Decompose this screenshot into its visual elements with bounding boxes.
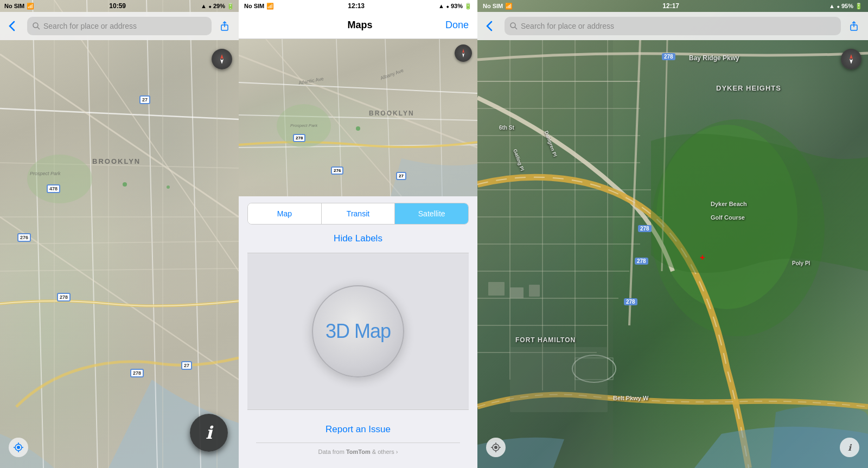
battery-left: 29% [213, 3, 225, 9]
middle-panel: No SIM 📶 12:13 ▲ ⬥ 93% 🔋 Maps Done [239, 0, 477, 468]
bt-icon-left: ⬥ [208, 3, 212, 9]
data-source: TomTom [346, 448, 371, 455]
info-button-right[interactable]: ℹ [840, 438, 859, 457]
search-input-left[interactable]: Search for place or address [43, 22, 137, 30]
svg-point-40 [356, 126, 360, 131]
middle-panel-title: Maps [347, 20, 372, 31]
status-right-left: ▲ ⬥ 29% 🔋 [201, 3, 234, 10]
svg-line-31 [239, 115, 477, 120]
location-button-left[interactable] [9, 438, 28, 457]
hwy-badge-27: 27 [139, 95, 150, 104]
seg-satellite[interactable]: Satellite [395, 203, 468, 224]
preview-hwy-278: 278 [293, 134, 305, 142]
svg-text:+: + [700, 253, 705, 262]
status-right-mid: ▲ ⬥ 93% 🔋 [438, 3, 472, 10]
compass-right [841, 49, 861, 69]
back-button-right[interactable] [483, 17, 500, 35]
battery-icon-right: 🔋 [855, 3, 863, 10]
hwy-badge-478: 478 [47, 184, 60, 193]
preview-hwy-27: 27 [396, 172, 406, 180]
hwy-shield-278-mid: 278 [638, 225, 652, 232]
carrier-left: No SIM [4, 3, 24, 9]
threed-map-button[interactable]: 3D Map [312, 285, 404, 377]
info-button-left[interactable]: ℹ [190, 414, 228, 452]
battery-icon-left: 🔋 [227, 3, 234, 10]
top-bar-right: Search for place or address [477, 12, 868, 40]
compass-middle [455, 44, 472, 62]
share-button-right[interactable] [845, 17, 863, 35]
hwy-shield-278-lower: 278 [635, 258, 648, 265]
svg-marker-22 [220, 54, 224, 59]
wifi-icon-mid: 📶 [266, 3, 274, 10]
status-left-right: No SIM 📶 [483, 3, 513, 10]
map-type-segmented-control[interactable]: Map Transit Satellite [247, 203, 469, 225]
time-right: 12:17 [662, 2, 679, 10]
time-mid: 12:13 [348, 2, 365, 10]
threed-divider-bottom [247, 409, 469, 410]
svg-line-4 [190, 0, 201, 468]
wifi-icon-right: 📶 [505, 3, 513, 10]
hwy-badge-27-btm: 27 [181, 361, 192, 370]
svg-line-35 [385, 39, 391, 196]
seg-transit[interactable]: Transit [322, 203, 395, 224]
data-credit: Data from TomTom & others › [318, 448, 398, 455]
hwy-shield-278-bottom: 278 [624, 298, 637, 305]
location-icon-mid: ▲ [438, 3, 444, 9]
svg-point-70 [510, 23, 515, 28]
svg-point-75 [494, 446, 497, 449]
svg-rect-63 [488, 282, 505, 296]
threed-section: 3D Map [247, 253, 469, 410]
top-bar-left: Search for place or address [0, 12, 239, 40]
battery-right: 95% [841, 3, 853, 9]
compass-left [212, 49, 232, 69]
svg-rect-69 [510, 347, 608, 412]
wifi-icon-left: 📶 [27, 3, 34, 10]
hwy-badge-278-left: 278 [57, 293, 71, 302]
battery-mid: 93% [451, 3, 463, 9]
top-nav-middle: Maps Done [239, 12, 477, 39]
map-preview-middle: BROOKLYN Atlantic Ave Albany Ave Prospec… [239, 39, 477, 196]
time-left: 10:59 [109, 2, 126, 10]
svg-line-2 [87, 0, 98, 468]
hwy-shield-278-top: 278 [662, 53, 675, 60]
status-bar-left: No SIM 📶 10:59 ▲ ⬥ 29% 🔋 [0, 0, 239, 12]
right-panel: + Bay Ridge Pkwy DYKER HEIGHTS 6th St Ga… [477, 0, 868, 468]
data-others: & others › [372, 448, 398, 455]
svg-rect-64 [510, 287, 524, 298]
threed-label: 3D Map [326, 320, 391, 343]
bt-icon-mid: ⬥ [446, 3, 449, 9]
seg-map[interactable]: Map [248, 203, 322, 224]
data-credit-prefix: Data from [318, 448, 344, 455]
svg-point-17 [123, 182, 127, 187]
sat-roads: + [477, 0, 868, 468]
status-left-mid: No SIM 📶 [244, 3, 274, 10]
search-bar-right[interactable]: Search for place or address [505, 17, 841, 35]
status-bar-right: No SIM 📶 12:17 ▲ ⬥ 95% 🔋 [477, 0, 868, 12]
controls-middle: Map Transit Satellite Hide Labels 3D Map… [239, 196, 477, 468]
roads-left [0, 0, 239, 468]
location-button-right[interactable] [486, 438, 506, 457]
svg-point-18 [167, 185, 170, 189]
status-left: No SIM 📶 [4, 3, 34, 10]
search-input-right[interactable]: Search for place or address [521, 22, 614, 30]
svg-marker-73 [850, 54, 853, 59]
svg-marker-42 [462, 53, 464, 57]
hide-labels-button[interactable]: Hide Labels [247, 225, 469, 253]
svg-line-20 [37, 27, 40, 29]
svg-line-37 [239, 55, 477, 148]
svg-marker-23 [220, 59, 224, 64]
share-button-left[interactable] [216, 17, 233, 35]
carrier-right: No SIM [483, 3, 503, 9]
report-issue-button[interactable]: Report an Issue [256, 416, 460, 443]
search-bar-left[interactable]: Search for place or address [27, 17, 212, 35]
left-panel: BROOKLYN Prospect Park 27 478 276 278 27… [0, 0, 239, 468]
back-button-left[interactable] [5, 17, 23, 35]
location-icon-left: ▲ [201, 3, 207, 9]
svg-line-11 [0, 268, 239, 271]
info-icon-right: ℹ [848, 443, 851, 453]
done-button-mid[interactable]: Done [445, 20, 469, 31]
bt-icon-right: ⬥ [837, 3, 840, 9]
svg-line-7 [54, 0, 239, 271]
carrier-mid: No SIM [244, 3, 264, 9]
svg-line-71 [515, 27, 517, 29]
